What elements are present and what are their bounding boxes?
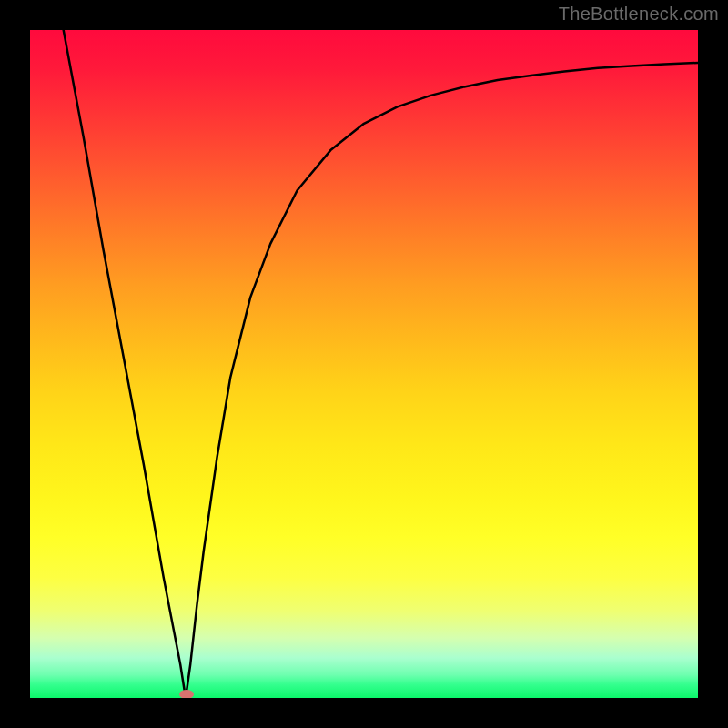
bottleneck-curve (30, 30, 698, 698)
plot-area (30, 30, 698, 698)
chart-frame: TheBottleneck.com (0, 0, 728, 728)
optimal-point-marker (179, 690, 194, 698)
watermark-text: TheBottleneck.com (559, 4, 719, 25)
